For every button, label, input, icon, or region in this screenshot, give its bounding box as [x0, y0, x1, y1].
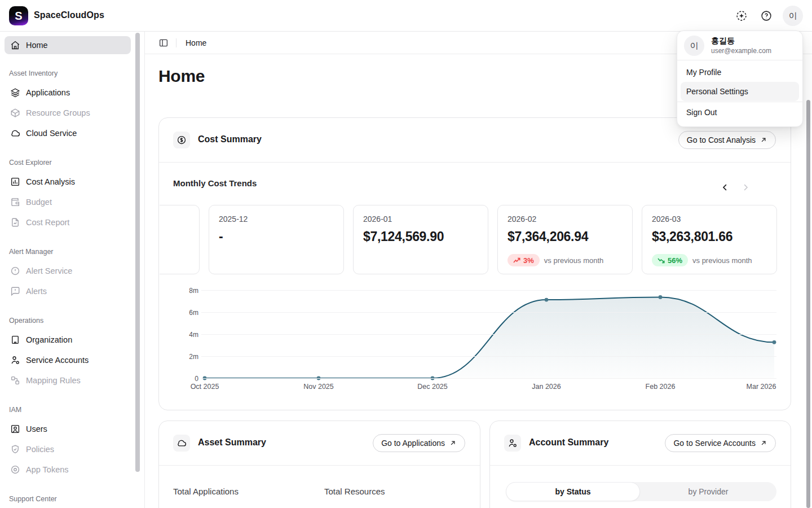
divider — [159, 465, 480, 466]
total-resources-label: Total Resources — [324, 487, 385, 496]
section-label: Support Center — [0, 495, 135, 505]
section-label: Operations — [0, 317, 135, 327]
trend-point[interactable] — [545, 298, 549, 302]
sidebar-item-applications[interactable]: Applications — [5, 82, 131, 103]
app-logo: S — [9, 6, 28, 25]
button-label: Go to Applications — [381, 439, 445, 448]
app-header: S SpaceCloudOps 이 — [0, 0, 812, 32]
y-axis-tick: 0 — [174, 375, 198, 383]
sidebar-scrollbar[interactable] — [135, 33, 140, 472]
x-axis-tick: Jan 2026 — [532, 383, 561, 391]
sidebar-item-label: Cost Analysis — [26, 177, 75, 186]
trend-point[interactable] — [773, 340, 776, 344]
sidebar-item-app-tokens[interactable]: App Tokens — [5, 459, 131, 480]
card-title: Cost Summary — [198, 134, 262, 144]
y-axis-tick: 6m — [174, 309, 198, 317]
message-alert-icon — [10, 286, 20, 296]
month-label: 2026-02 — [508, 214, 536, 224]
sidebar-item-alerts[interactable]: Alerts — [5, 281, 131, 301]
sidebar-item-label: Budget — [26, 198, 52, 207]
go-to-service-accounts-button[interactable]: Go to Service Accounts — [665, 434, 776, 452]
tab-by-provider[interactable]: by Provider — [640, 482, 776, 501]
carousel-prev-button[interactable] — [720, 182, 730, 192]
sidebar-toggle-button[interactable] — [158, 38, 169, 48]
sidebar-item-label: Users — [26, 424, 47, 433]
month-carousel: 2025-12 - 2026-01 $7,124,569.90 2026-02 … — [160, 205, 791, 275]
carousel-next-button[interactable] — [740, 182, 751, 192]
go-to-applications-button[interactable]: Go to Applications — [373, 434, 465, 452]
x-axis-tick: Feb 2026 — [646, 383, 676, 391]
month-card-partial — [160, 205, 200, 274]
sidebar-item-label: Alert Service — [26, 266, 72, 275]
menu-item-sign-out[interactable]: Sign Out — [681, 103, 799, 122]
x-axis-tick: Oct 2025 — [191, 383, 219, 391]
sidebar-item-organization[interactable]: Organization — [5, 330, 131, 350]
help-button[interactable] — [760, 10, 773, 22]
sidebar-item-cost-analysis[interactable]: Cost Analysis — [5, 172, 131, 192]
month-card: 2026-03 $3,263,801.66 56% vs previous mo… — [642, 205, 777, 274]
go-to-cost-analysis-button[interactable]: Go to Cost Analysis — [678, 131, 776, 149]
delta-note: vs previous month — [544, 256, 604, 265]
section-label: Alert Manager — [0, 248, 135, 258]
trend-section-title: Monthly Cost Trends — [173, 178, 257, 188]
cube-icon — [10, 108, 20, 118]
sidebar-item-home[interactable]: Home — [5, 36, 131, 54]
divider — [159, 162, 791, 163]
user-email: user@example.com — [711, 47, 771, 55]
alert-circle-icon — [10, 266, 20, 276]
workflow-icon — [10, 375, 20, 386]
account-summary-card: Account Summary Go to Service Accounts b… — [489, 421, 791, 508]
delta-badge-up: 3% — [508, 254, 540, 266]
sidebar-item-alert-service[interactable]: Alert Service — [5, 261, 131, 281]
user-gear-icon — [10, 355, 20, 365]
sidebar-item-policies[interactable]: Policies — [5, 439, 131, 459]
help-icon — [760, 10, 773, 22]
menu-item-label: Personal Settings — [686, 87, 748, 96]
divider — [490, 465, 791, 466]
sidebar-item-resource-groups[interactable]: Resource Groups — [5, 103, 131, 123]
gridline — [201, 334, 776, 335]
y-axis-tick: 4m — [174, 331, 198, 339]
sidebar-item-service-accounts[interactable]: Service Accounts — [5, 350, 131, 370]
menu-item-label: Sign Out — [686, 108, 717, 117]
avatar-initial: 이 — [690, 41, 699, 51]
main-scrollbar[interactable] — [806, 100, 810, 508]
sidebar-item-cost-report[interactable]: Cost Report — [5, 212, 131, 233]
sidebar-item-mapping-rules[interactable]: Mapping Rules — [5, 370, 131, 391]
arrow-up-right-icon — [449, 439, 457, 447]
asset-summary-header: Asset Summary Go to Applications — [159, 421, 480, 465]
sidebar-item-budget[interactable]: Budget — [5, 192, 131, 212]
trend-down-icon — [657, 257, 665, 264]
card-title: Asset Summary — [198, 437, 266, 448]
month-card: 2026-01 $7,124,569.90 — [353, 205, 488, 274]
button-label: Go to Service Accounts — [673, 439, 756, 448]
month-label: 2025-12 — [219, 214, 248, 224]
user-avatar-button[interactable]: 이 — [783, 6, 803, 26]
sidebar-item-cloud-service[interactable]: Cloud Service — [5, 123, 131, 143]
file-chart-icon — [10, 217, 20, 227]
menu-item-personal-settings[interactable]: Personal Settings — [681, 82, 799, 101]
circle-dot-icon — [10, 465, 20, 475]
tab-label: by Provider — [689, 487, 729, 496]
layers-icon — [10, 87, 20, 98]
whats-new-button[interactable] — [735, 10, 748, 22]
y-axis-tick: 8m — [174, 287, 198, 295]
sidebar-item-label: Alerts — [26, 287, 47, 296]
tab-by-status[interactable]: by Status — [506, 482, 640, 501]
menu-item-my-profile[interactable]: My Profile — [681, 63, 799, 82]
x-axis-tick: Nov 2025 — [303, 383, 334, 391]
month-value: $3,263,801.66 — [652, 229, 732, 244]
trend-point[interactable] — [659, 295, 663, 299]
sidebar-item-users[interactable]: Users — [5, 419, 131, 439]
sidebar-item-label: App Tokens — [26, 465, 69, 474]
gridline — [201, 312, 776, 313]
sidebar-section: Support Center — [0, 495, 135, 505]
building-icon — [10, 335, 20, 345]
menu-divider — [677, 102, 802, 102]
trend-area — [205, 297, 774, 378]
y-axis-tick: 2m — [174, 353, 198, 361]
x-axis-tick: Mar 2026 — [747, 383, 776, 391]
account-summary-header: Account Summary Go to Service Accounts — [490, 421, 791, 465]
cost-trend-chart: 02m4m6m8mOct 2025Nov 2025Dec 2025Jan 202… — [159, 286, 791, 398]
month-card: 2025-12 - — [209, 205, 344, 274]
